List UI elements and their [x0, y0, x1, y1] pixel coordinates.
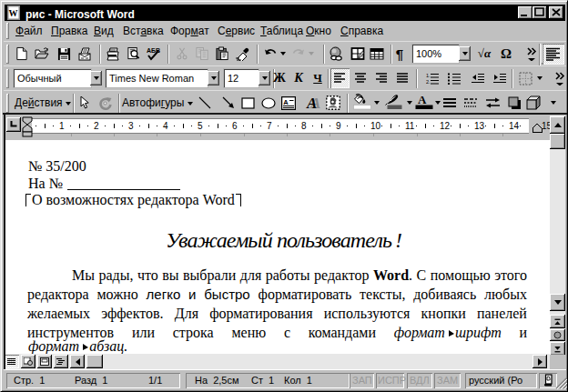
svg-text:2.: 2. [426, 79, 431, 85]
svg-text:1.: 1. [426, 73, 431, 78]
svg-text:А: А [418, 93, 427, 106]
svg-text:А: А [283, 97, 289, 106]
svg-text:АБВ: АБВ [147, 47, 160, 54]
svg-text:W: W [9, 8, 18, 18]
svg-text:A: A [306, 95, 317, 110]
